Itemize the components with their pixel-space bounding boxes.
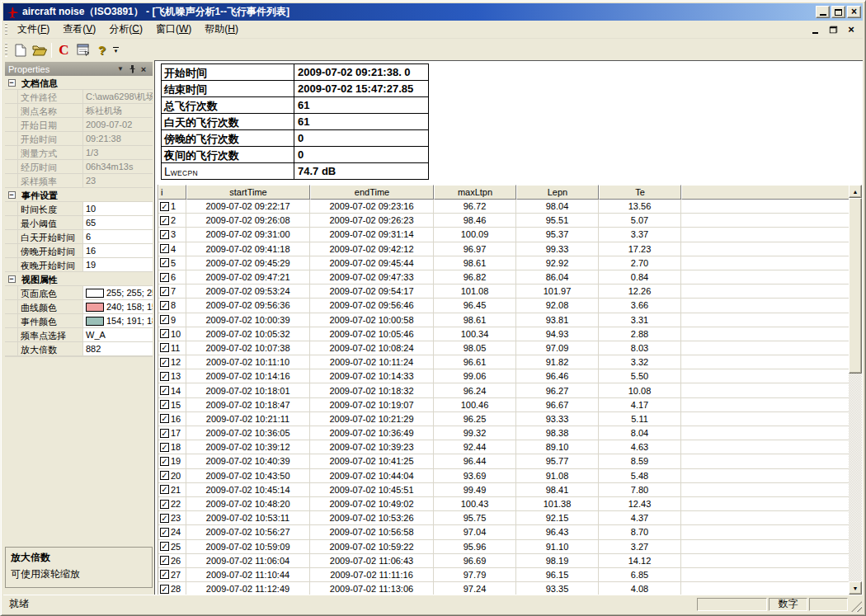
row-checkbox[interactable]: ✓ [160, 414, 169, 423]
property-value[interactable]: 154; 191; 183 [83, 314, 153, 327]
vertical-scrollbar[interactable]: ▲ ▼ [849, 185, 862, 595]
row-checkbox[interactable]: ✓ [160, 287, 169, 296]
menu-item-f[interactable]: 文件(F) [11, 20, 56, 39]
row-checkbox[interactable]: ✓ [160, 485, 169, 494]
event-table-row[interactable]: ✓142009-07-02 10:18:012009-07-02 10:18:3… [158, 383, 849, 397]
event-table-row[interactable]: ✓112009-07-02 10:07:382009-07-02 10:08:2… [158, 341, 849, 355]
property-value[interactable]: 16 [83, 244, 153, 257]
row-checkbox[interactable]: ✓ [160, 244, 169, 253]
collapse-toggle-icon[interactable]: − [8, 79, 16, 87]
menubar-grip[interactable] [5, 23, 7, 35]
row-checkbox[interactable]: ✓ [160, 585, 169, 594]
mdi-restore-button[interactable] [826, 24, 840, 35]
event-table-row[interactable]: ✓172009-07-02 10:36:052009-07-02 10:36:4… [158, 426, 849, 440]
minimize-button[interactable] [816, 6, 830, 18]
row-checkbox[interactable]: ✓ [160, 315, 169, 324]
event-table-row[interactable]: ✓252009-07-02 10:59:092009-07-02 10:59:2… [158, 540, 849, 554]
event-table-row[interactable]: ✓212009-07-02 10:45:142009-07-02 10:45:5… [158, 483, 849, 497]
event-table-row[interactable]: ✓202009-07-02 10:43:502009-07-02 10:44:0… [158, 469, 849, 483]
toolbar-overflow-button[interactable]: ▼ [113, 47, 119, 54]
property-value[interactable]: W_A [83, 328, 153, 341]
property-value[interactable]: 19 [83, 258, 153, 271]
event-table-row[interactable]: ✓102009-07-02 10:05:322009-07-02 10:05:4… [158, 327, 849, 341]
row-checkbox[interactable]: ✓ [160, 429, 169, 438]
event-table-row[interactable]: ✓272009-07-02 11:10:442009-07-02 11:11:1… [158, 568, 849, 582]
row-checkbox[interactable]: ✓ [160, 202, 169, 211]
row-checkbox[interactable]: ✓ [160, 273, 169, 282]
event-table-row[interactable]: ✓232009-07-02 10:53:112009-07-02 10:53:2… [158, 511, 849, 525]
event-table-row[interactable]: ✓72009-07-02 09:53:242009-07-02 09:54:17… [158, 284, 849, 299]
row-checkbox[interactable]: ✓ [160, 301, 169, 310]
panel-close-button[interactable]: × [138, 63, 149, 74]
title-bar[interactable]: aircraft noise（ISO3891） - [飞机噪声分析1--飞行事件… [3, 3, 863, 21]
row-checkbox[interactable]: ✓ [160, 443, 169, 452]
row-checkbox[interactable]: ✓ [160, 528, 169, 537]
event-table-row[interactable]: ✓162009-07-02 10:21:112009-07-02 10:21:2… [158, 412, 849, 426]
row-checkbox[interactable]: ✓ [160, 372, 169, 381]
event-table-row[interactable]: ✓42009-07-02 09:41:182009-07-02 09:42:12… [158, 242, 849, 256]
event-table-row[interactable]: ✓92009-07-02 10:00:392009-07-02 10:00:58… [158, 313, 849, 327]
collapse-toggle-icon[interactable]: − [8, 275, 16, 283]
row-checkbox[interactable]: ✓ [160, 386, 169, 395]
property-value[interactable]: 65 [83, 216, 153, 229]
row-checkbox[interactable]: ✓ [160, 343, 169, 352]
row-checkbox[interactable]: ✓ [160, 457, 169, 466]
row-checkbox[interactable]: ✓ [160, 329, 169, 338]
event-table-row[interactable]: ✓62009-07-02 09:47:212009-07-02 09:47:33… [158, 270, 849, 284]
column-header-starttime[interactable]: startTime [186, 185, 310, 200]
event-table-row[interactable]: ✓182009-07-02 10:39:122009-07-02 10:39:2… [158, 440, 849, 454]
row-checkbox[interactable]: ✓ [160, 556, 169, 565]
event-table-row[interactable]: ✓152009-07-02 10:18:472009-07-02 10:19:0… [158, 398, 849, 412]
mdi-minimize-button[interactable] [808, 24, 821, 35]
row-checkbox[interactable]: ✓ [160, 570, 169, 579]
column-header-i[interactable]: i [158, 185, 186, 200]
open-file-button[interactable] [30, 41, 49, 59]
row-checkbox[interactable]: ✓ [160, 471, 169, 480]
collapse-toggle-icon[interactable]: − [8, 191, 16, 199]
property-value[interactable]: 6 [83, 230, 153, 243]
panel-pin-button[interactable] [126, 63, 138, 74]
panel-menu-button[interactable]: ▼ [115, 63, 126, 74]
maximize-button[interactable] [831, 6, 845, 18]
row-checkbox[interactable]: ✓ [160, 500, 169, 509]
mdi-close-button[interactable]: × [845, 24, 858, 35]
calibrate-button[interactable]: C [54, 41, 73, 59]
column-header-te[interactable]: Te [599, 185, 681, 200]
column-header-maxltpn[interactable]: maxLtpn [434, 185, 516, 200]
toolbar-grip[interactable] [5, 43, 7, 58]
row-checkbox[interactable]: ✓ [160, 258, 169, 267]
event-table-row[interactable]: ✓132009-07-02 10:14:162009-07-02 10:14:3… [158, 369, 849, 383]
property-value[interactable]: 240; 158; 158 [83, 300, 153, 313]
row-checkbox[interactable]: ✓ [160, 542, 169, 551]
scroll-down-button[interactable]: ▼ [849, 581, 862, 595]
column-header-lepn[interactable]: Lepn [516, 185, 599, 200]
event-table-row[interactable]: ✓122009-07-02 10:11:102009-07-02 10:11:2… [158, 355, 849, 369]
event-table-row[interactable]: ✓52009-07-02 09:45:292009-07-02 09:45:44… [158, 256, 849, 270]
event-table-row[interactable]: ✓82009-07-02 09:56:362009-07-02 09:56:46… [158, 299, 849, 313]
property-value[interactable]: 255; 255; 255 [83, 286, 153, 299]
menu-item-v[interactable]: 查看(V) [56, 20, 102, 39]
event-table-row[interactable]: ✓282009-07-02 11:12:492009-07-02 11:13:0… [158, 582, 849, 595]
scrollbar-thumb[interactable] [849, 198, 862, 374]
row-checkbox[interactable]: ✓ [160, 230, 169, 239]
properties-button[interactable] [73, 41, 92, 59]
event-table-row[interactable]: ✓192009-07-02 10:40:392009-07-02 10:41:2… [158, 454, 849, 468]
scroll-up-button[interactable]: ▲ [849, 185, 862, 198]
event-table-row[interactable]: ✓12009-07-02 09:22:172009-07-02 09:23:16… [158, 200, 849, 214]
event-table-row[interactable]: ✓22009-07-02 09:26:082009-07-02 09:26:23… [158, 214, 849, 228]
menu-item-c[interactable]: 分析(C) [102, 20, 149, 39]
resize-grip[interactable] [851, 601, 862, 612]
property-value[interactable]: 882 [83, 342, 153, 355]
column-header-endtime[interactable]: endTime [310, 185, 434, 200]
event-table-row[interactable]: ✓242009-07-02 10:56:272009-07-02 10:56:5… [158, 525, 849, 539]
event-table-row[interactable]: ✓222009-07-02 10:48:202009-07-02 10:49:0… [158, 497, 849, 511]
row-checkbox[interactable]: ✓ [160, 358, 169, 367]
event-table-row[interactable]: ✓32009-07-02 09:31:002009-07-02 09:31:14… [158, 228, 849, 242]
new-document-button[interactable] [11, 41, 30, 59]
close-button[interactable]: × [847, 6, 861, 18]
menu-item-w[interactable]: 窗口(W) [149, 20, 198, 39]
row-checkbox[interactable]: ✓ [160, 216, 169, 225]
property-value[interactable]: 10 [83, 202, 153, 215]
row-checkbox[interactable]: ✓ [160, 400, 169, 409]
menu-item-h[interactable]: 帮助(H) [198, 20, 245, 39]
